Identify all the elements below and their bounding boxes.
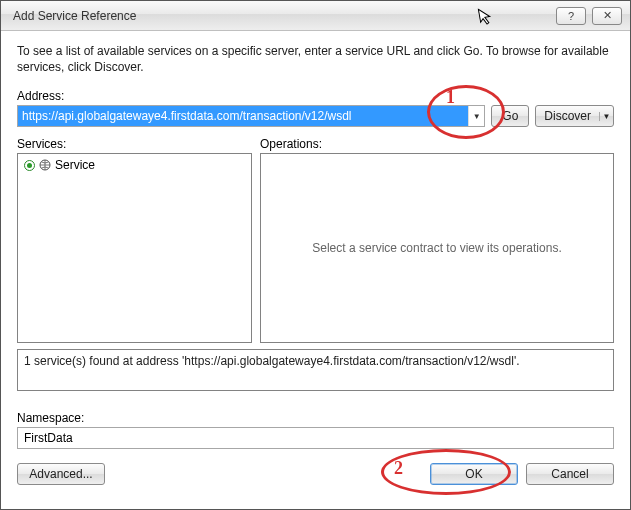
service-item[interactable]: Service <box>18 154 251 176</box>
window-title: Add Service Reference <box>13 9 556 23</box>
titlebar: Add Service Reference ? ✕ <box>1 1 630 31</box>
ok-button[interactable]: OK <box>430 463 518 485</box>
namespace-input[interactable] <box>17 427 614 449</box>
advanced-button[interactable]: Advanced... <box>17 463 105 485</box>
operations-label: Operations: <box>260 137 614 151</box>
ok-button-label: OK <box>465 467 482 481</box>
address-dropdown-icon[interactable]: ▼ <box>468 106 484 126</box>
cancel-button-label: Cancel <box>551 467 588 481</box>
discover-button[interactable]: Discover ▼ <box>535 105 614 127</box>
status-box: 1 service(s) found at address 'https://a… <box>17 349 614 391</box>
services-label: Services: <box>17 137 252 151</box>
close-icon: ✕ <box>603 9 612 22</box>
address-combo[interactable]: https://api.globalgatewaye4.firstdata.co… <box>17 105 485 127</box>
address-input[interactable]: https://api.globalgatewaye4.firstdata.co… <box>18 106 468 126</box>
status-text: 1 service(s) found at address 'https://a… <box>24 354 520 368</box>
globe-icon <box>39 159 51 171</box>
address-label: Address: <box>17 89 614 103</box>
discover-dropdown-icon[interactable]: ▼ <box>599 112 613 121</box>
service-selected-icon <box>24 160 35 171</box>
instructions-text: To see a list of available services on a… <box>17 43 614 75</box>
namespace-label: Namespace: <box>17 411 614 425</box>
close-button[interactable]: ✕ <box>592 7 622 25</box>
operations-list[interactable]: Select a service contract to view its op… <box>260 153 614 343</box>
help-button[interactable]: ? <box>556 7 586 25</box>
go-button[interactable]: Go <box>491 105 529 127</box>
service-item-label: Service <box>55 158 95 172</box>
cancel-button[interactable]: Cancel <box>526 463 614 485</box>
services-tree[interactable]: Service <box>17 153 252 343</box>
help-icon: ? <box>568 10 574 22</box>
advanced-button-label: Advanced... <box>29 467 92 481</box>
operations-placeholder: Select a service contract to view its op… <box>261 154 613 342</box>
dialog-content: To see a list of available services on a… <box>1 31 630 497</box>
discover-button-label: Discover <box>536 109 599 123</box>
go-button-label: Go <box>502 109 518 123</box>
